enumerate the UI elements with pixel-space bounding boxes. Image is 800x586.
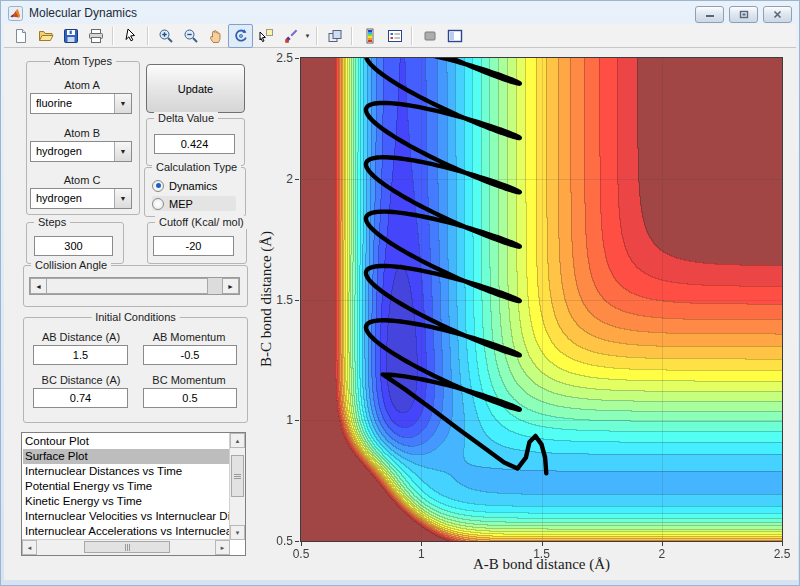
print-figure-button[interactable] (83, 24, 108, 48)
atom-b-dropdown[interactable]: hydrogen ▼ (30, 141, 132, 162)
link-plot-icon (327, 28, 343, 44)
close-icon (773, 10, 782, 19)
toolbar-separator (316, 27, 318, 45)
save-figure-button[interactable] (58, 24, 83, 48)
brush-data-button[interactable] (278, 24, 303, 48)
contour-plot-canvas[interactable] (301, 58, 782, 541)
insert-legend-button[interactable] (382, 24, 407, 48)
bc-momentum-field[interactable] (143, 388, 237, 408)
pan-button[interactable] (203, 24, 228, 48)
restore-button[interactable] (729, 6, 758, 23)
slider-left-arrow-icon[interactable]: ◄ (30, 278, 47, 294)
slider-right-arrow-icon[interactable]: ► (222, 278, 239, 294)
tick-label: 1.5 (522, 547, 562, 561)
ab-distance-field[interactable] (33, 345, 128, 365)
horizontal-scroll-thumb[interactable] (84, 541, 170, 553)
scroll-down-icon[interactable]: ▼ (230, 525, 245, 540)
link-plot-button[interactable] (322, 24, 347, 48)
plot-type-list: Contour Plot Surface Plot Internuclear D… (23, 434, 229, 539)
zoom-in-button[interactable] (153, 24, 178, 48)
list-item[interactable]: Contour Plot (23, 434, 229, 449)
brush-dropdown-arrow[interactable]: ▼ (303, 25, 312, 47)
vertical-scrollbar[interactable]: ▲ ▼ (229, 433, 245, 540)
ab-distance-label: AB Distance (A) (31, 331, 131, 343)
hide-plot-tools-button[interactable] (417, 24, 442, 48)
tick-label: 0.5 (281, 547, 321, 561)
tick-label: 1 (253, 413, 293, 427)
bc-distance-field[interactable] (33, 388, 128, 408)
scroll-left-icon[interactable]: ◄ (22, 540, 37, 555)
close-button[interactable] (763, 6, 792, 23)
tick-mark (662, 542, 663, 546)
show-plot-tools-button[interactable] (442, 24, 467, 48)
open-file-button[interactable] (33, 24, 58, 48)
list-item[interactable]: Internuclear Distances vs Time (23, 464, 229, 479)
minimize-button[interactable] (695, 6, 724, 23)
titlebar: Molecular Dynamics (4, 3, 796, 23)
list-item[interactable]: Potential Energy vs Time (23, 479, 229, 494)
edit-plot-button[interactable] (118, 24, 143, 48)
legend-icon (387, 28, 403, 44)
atom-b-label: Atom B (26, 127, 138, 139)
scroll-up-icon[interactable]: ▲ (230, 433, 245, 448)
arrow-cursor-icon (123, 28, 139, 44)
collision-angle-slider[interactable]: ◄ ► (29, 277, 240, 295)
window-title: Molecular Dynamics (29, 6, 137, 20)
new-figure-button[interactable] (8, 24, 33, 48)
window-frame: Molecular Dynamics (0, 0, 800, 586)
zoom-out-button[interactable] (178, 24, 203, 48)
radio-unselected-icon (152, 198, 164, 210)
toolbar-separator (351, 27, 353, 45)
plot-type-listbox[interactable]: Contour Plot Surface Plot Internuclear D… (21, 432, 246, 556)
tick-mark (295, 179, 299, 180)
list-item[interactable]: Internuclear Velocities vs Internuclear … (23, 509, 229, 524)
toolbar-separator (112, 27, 114, 45)
tick-mark (295, 420, 299, 421)
insert-colorbar-button[interactable] (357, 24, 382, 48)
show-plot-tools-icon (447, 28, 463, 44)
delta-value-group-title: Delta Value (154, 112, 218, 125)
tick-mark (421, 542, 422, 546)
axes-box[interactable] (300, 57, 783, 542)
data-cursor-button[interactable] (253, 24, 278, 48)
atom-b-value: hydrogen (36, 145, 82, 157)
zoom-out-icon (183, 28, 199, 44)
colorbar-icon (362, 28, 378, 44)
radio-dynamics-label: Dynamics (169, 180, 217, 192)
calculation-type-group-title: Calculation Type (152, 161, 241, 174)
list-item-selected[interactable]: Surface Plot (23, 449, 229, 464)
atom-c-dropdown[interactable]: hydrogen ▼ (30, 188, 132, 209)
vertical-scroll-thumb[interactable] (231, 455, 244, 497)
atom-a-dropdown[interactable]: fluorine ▼ (30, 93, 132, 114)
cutoff-field[interactable] (153, 236, 234, 256)
tick-mark (295, 58, 299, 59)
tick-label: 2.5 (762, 547, 800, 561)
ab-momentum-field[interactable] (143, 345, 237, 365)
chevron-down-icon[interactable]: ▼ (114, 189, 131, 208)
list-item[interactable]: Kinetic Energy vs Time (23, 494, 229, 509)
rotate-3d-button[interactable] (228, 24, 253, 48)
update-button[interactable]: Update (146, 64, 245, 113)
slider-thumb[interactable] (46, 278, 208, 294)
restore-icon (739, 10, 749, 19)
zoom-in-icon (158, 28, 174, 44)
bc-distance-label: BC Distance (A) (31, 374, 131, 386)
steps-field[interactable] (34, 236, 113, 256)
horizontal-scrollbar[interactable]: ◄ ► (22, 539, 230, 555)
delta-value-field[interactable] (154, 134, 235, 154)
radio-mep[interactable]: MEP (152, 196, 236, 211)
brush-icon (283, 28, 299, 44)
radio-dynamics[interactable]: Dynamics (152, 178, 236, 193)
figure-content: Atom Types Atom A fluorine ▼ Atom B hydr… (4, 48, 798, 580)
save-floppy-icon (63, 28, 79, 44)
chevron-down-icon[interactable]: ▼ (114, 142, 131, 161)
atom-c-value: hydrogen (36, 192, 82, 204)
pan-hand-icon (208, 28, 224, 44)
toolbar-separator (147, 27, 149, 45)
chevron-down-icon[interactable]: ▼ (114, 94, 131, 113)
scroll-right-icon[interactable]: ► (215, 540, 230, 555)
tick-mark (542, 542, 543, 546)
list-item[interactable]: Internuclear Accelerations vs Internucle… (23, 524, 229, 539)
tick-label: 2 (253, 172, 293, 186)
tick-mark (782, 542, 783, 546)
